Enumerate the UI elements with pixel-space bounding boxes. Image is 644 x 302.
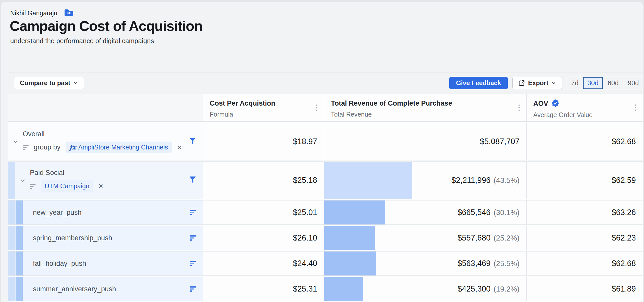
table-row: new_year_push $25.01 $665,546 (30.1%)$63… xyxy=(8,200,643,225)
row-label[interactable]: summer_anniversary_push xyxy=(8,285,116,293)
aov-value: $62.59 xyxy=(612,176,636,185)
remove-pill-icon[interactable]: ✕ xyxy=(177,144,182,151)
filter-funnel-icon[interactable] xyxy=(189,176,196,184)
page-title: Campaign Cost of Acquisition xyxy=(10,18,202,34)
revenue-percent: (30.1%) xyxy=(493,208,519,217)
cpa-value: $25.01 xyxy=(293,208,317,217)
time-range-option[interactable]: 30d xyxy=(583,77,603,89)
revenue-cell: $665,546 (30.1%) xyxy=(324,200,527,224)
aov-value: $63.26 xyxy=(612,208,636,217)
aov-cell: $62.59 xyxy=(527,162,643,199)
row-expander-chevron-icon[interactable] xyxy=(19,178,26,183)
table-header-row: Cost Per Acquistion Formula Total Revenu… xyxy=(8,94,643,122)
table-row: Paid Social UTM Campaign ✕ $25.18 $2,211… xyxy=(8,161,643,199)
row-label-cell: Overall group by ƒx AmpliStore Marketing… xyxy=(8,123,203,160)
aov-cell: $61.89 xyxy=(527,277,643,301)
kebab-menu-icon[interactable] xyxy=(316,105,317,111)
revenue-value: $425,300 xyxy=(457,284,490,294)
cpa-cell: $25.18 xyxy=(203,162,324,199)
table-body: Overall group by ƒx AmpliStore Marketing… xyxy=(8,122,643,302)
compare-to-past-button[interactable]: Compare to past xyxy=(14,77,84,89)
kebab-menu-icon[interactable] xyxy=(635,105,636,111)
column-header-cpa[interactable]: Cost Per Acquistion Formula xyxy=(203,94,324,121)
time-range-option[interactable]: 90d xyxy=(623,77,643,89)
revenue-cell: $557,680 (25.2%) xyxy=(324,226,527,250)
give-feedback-button[interactable]: Give Feedback xyxy=(449,77,507,89)
revenue-bar xyxy=(324,251,376,275)
revenue-bar xyxy=(324,200,385,224)
cpa-cell: $25.01 xyxy=(203,200,324,224)
revenue-bar xyxy=(324,226,375,250)
property-pill[interactable]: ƒx AmpliStore Marketing Channels xyxy=(66,142,172,153)
revenue-percent: (43.5%) xyxy=(493,176,519,185)
cpa-value: $18.97 xyxy=(293,137,317,146)
column-header-aov[interactable]: AOV Ave xyxy=(527,94,643,121)
revenue-value: $5,087,707 xyxy=(480,137,519,146)
table-row: summer_anniversary_push $25.31 $425,300 … xyxy=(8,277,643,301)
chevron-down-icon xyxy=(551,81,556,85)
column-title: Total Revenue of Complete Purchase xyxy=(331,99,452,107)
revenue-percent: (25.2%) xyxy=(493,234,519,242)
indent-marker xyxy=(8,226,15,250)
row-label[interactable]: Overall xyxy=(23,130,182,138)
row-label-cell: Paid Social UTM Campaign ✕ xyxy=(8,162,203,199)
time-range-option[interactable]: 7d xyxy=(567,77,583,89)
row-label-cell: summer_anniversary_push xyxy=(8,277,203,301)
column-subtitle: Total Revenue xyxy=(331,111,526,118)
move-to-folder-icon[interactable] xyxy=(64,9,73,17)
row-label[interactable]: spring_membership_push xyxy=(8,234,112,242)
indent-marker xyxy=(16,251,23,275)
kebab-menu-icon[interactable] xyxy=(518,105,520,111)
group-list-icon xyxy=(23,145,29,150)
breadcrumb: Nikhil Gangaraju xyxy=(10,9,73,17)
revenue-value: $2,211,996 xyxy=(452,176,491,185)
filter-funnel-icon[interactable] xyxy=(189,137,196,146)
column-header-revenue[interactable]: Total Revenue of Complete Purchase Total… xyxy=(324,94,527,121)
verified-badge-icon xyxy=(552,99,559,108)
aov-value: $61.89 xyxy=(612,284,636,294)
cpa-cell: $24.40 xyxy=(203,251,324,275)
property-pill[interactable]: UTM Campaign xyxy=(41,180,93,192)
revenue-value: $563,469 xyxy=(457,259,490,268)
export-icon xyxy=(518,80,525,86)
column-title: Cost Per Acquistion xyxy=(210,99,275,107)
remove-pill-icon[interactable]: ✕ xyxy=(98,183,103,190)
cpa-value: $25.18 xyxy=(293,176,317,185)
row-label-cell: fall_holiday_push xyxy=(8,251,203,275)
column-subtitle: Formula xyxy=(210,111,324,118)
row-label-cell: spring_membership_push xyxy=(8,226,203,250)
aov-value: $62.68 xyxy=(612,137,636,146)
distribution-icon[interactable] xyxy=(190,235,196,241)
aov-cell: $62.68 xyxy=(527,251,643,275)
time-range-option[interactable]: 60d xyxy=(603,77,623,89)
group-list-icon xyxy=(30,184,36,189)
aov-cell: $62.23 xyxy=(527,226,643,250)
app-window: Nikhil Gangaraju Campaign Cost of Acquis… xyxy=(1,2,643,302)
distribution-icon[interactable] xyxy=(190,210,196,215)
indent-marker xyxy=(16,226,23,250)
owner-name[interactable]: Nikhil Gangaraju xyxy=(10,9,57,17)
indent-marker xyxy=(8,162,15,199)
revenue-cell: $425,300 (19.2%) xyxy=(324,277,527,301)
export-button[interactable]: Export xyxy=(512,77,562,89)
revenue-percent: (25.5%) xyxy=(493,259,519,268)
table-row: fall_holiday_push $24.40 $563,469 (25.5%… xyxy=(8,251,643,276)
toolbar-right: Give Feedback Export 7d30d60d90d xyxy=(449,77,643,89)
column-title: AOV xyxy=(533,100,548,108)
aov-value: $62.23 xyxy=(612,233,636,243)
cpa-value: $26.10 xyxy=(293,233,317,243)
analysis-panel: Compare to past Give Feedback Export 7d3… xyxy=(8,72,643,302)
row-label[interactable]: Paid Social xyxy=(30,169,103,177)
distribution-icon[interactable] xyxy=(190,286,196,292)
revenue-percent: (19.2%) xyxy=(493,285,519,293)
cpa-cell: $26.10 xyxy=(203,226,324,250)
row-expander-chevron-icon[interactable] xyxy=(11,139,19,145)
indent-marker xyxy=(16,200,23,224)
revenue-bar xyxy=(324,277,363,301)
indent-marker xyxy=(8,277,15,301)
indent-marker xyxy=(8,200,15,224)
indent-marker xyxy=(8,251,15,275)
distribution-icon[interactable] xyxy=(190,261,196,266)
time-range-selector: 7d30d60d90d xyxy=(567,77,643,89)
aov-cell: $63.26 xyxy=(527,200,643,224)
